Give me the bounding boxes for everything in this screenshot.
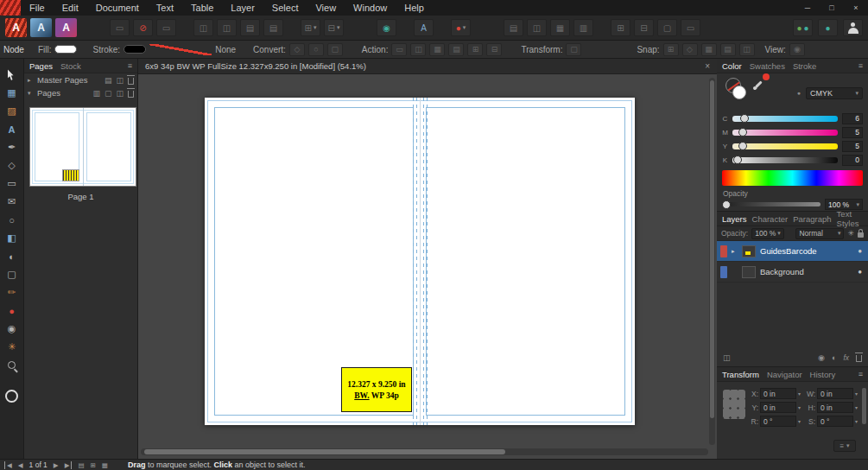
color-picker-tool[interactable]: ◉ bbox=[2, 320, 22, 338]
chevron-down-icon[interactable]: ▾ bbox=[798, 418, 801, 424]
menu-table[interactable]: Table bbox=[182, 0, 222, 16]
snap-alignment-button[interactable]: ◫ bbox=[739, 43, 755, 56]
action-close-button[interactable]: ◫ bbox=[410, 43, 426, 56]
opacity-value-select[interactable]: 100 % ▾ bbox=[825, 199, 863, 210]
snap-off-curve-button[interactable]: ▤ bbox=[720, 43, 736, 56]
cyan-value-input[interactable]: 6 bbox=[842, 113, 863, 124]
stock-sync-button[interactable]: ●● bbox=[793, 19, 813, 36]
delete-layer-icon[interactable] bbox=[856, 355, 862, 362]
hue-bar[interactable] bbox=[722, 170, 863, 186]
layer-expand-icon[interactable]: ▸ bbox=[732, 248, 738, 255]
share-button[interactable]: ● bbox=[818, 19, 838, 36]
rectangle-tool[interactable]: ▭ bbox=[2, 175, 22, 193]
black-slider[interactable] bbox=[732, 157, 838, 163]
gear-icon[interactable]: ✳ bbox=[847, 229, 854, 238]
spread-view-icon[interactable]: ▤ bbox=[78, 461, 84, 469]
lock-icon[interactable] bbox=[858, 232, 864, 238]
chevron-down-icon[interactable]: ▾ bbox=[855, 418, 858, 424]
move-tool[interactable] bbox=[2, 66, 22, 84]
first-page-button[interactable]: ◀ bbox=[4, 461, 12, 469]
duplicate-page-icon[interactable]: ◫ bbox=[116, 89, 124, 98]
ellipse-tool[interactable]: ○ bbox=[2, 211, 22, 229]
view-options-button[interactable]: ◉ bbox=[789, 43, 805, 56]
photo-persona-button[interactable]: A bbox=[55, 18, 77, 37]
slider-handle[interactable] bbox=[722, 200, 731, 209]
opacity-slider[interactable] bbox=[722, 202, 820, 206]
magenta-slider[interactable] bbox=[732, 130, 838, 136]
menu-window[interactable]: Window bbox=[345, 0, 396, 16]
add-pages-button[interactable]: ⊞▾ bbox=[301, 19, 320, 36]
document-tab[interactable]: 6x9 34p BW WP FullSize 12.327x9.250 in [… bbox=[138, 59, 717, 74]
next-page-button[interactable]: ▶ bbox=[54, 461, 59, 469]
layer-opacity-select[interactable]: 100 % ▾ bbox=[751, 228, 784, 239]
arrange-back-button[interactable]: ▤ bbox=[263, 19, 283, 36]
menu-help[interactable]: Help bbox=[396, 0, 433, 16]
layout-view-icon[interactable]: ▦ bbox=[102, 461, 108, 469]
tab-pages[interactable]: Pages bbox=[29, 61, 53, 71]
h-input[interactable]: 0 in bbox=[817, 402, 853, 413]
tab-swatches[interactable]: Swatches bbox=[750, 61, 785, 71]
transform-mode-button[interactable]: ▢ bbox=[566, 43, 581, 56]
slider-handle[interactable] bbox=[740, 114, 749, 123]
transparency-tool[interactable]: ◐ bbox=[2, 247, 22, 265]
insert-behind-button[interactable]: ▭ bbox=[110, 19, 130, 36]
align-center-button[interactable]: ◫ bbox=[527, 19, 547, 36]
add-page-icon[interactable]: ▢ bbox=[105, 89, 112, 98]
gradient-tool[interactable]: ◧ bbox=[2, 229, 22, 247]
expander-icon[interactable]: ▾ bbox=[28, 90, 34, 97]
pages-section-row[interactable]: ▾ Pages ▥ ▢ ◫ bbox=[24, 86, 137, 99]
layer-visibility-toggle[interactable]: ● bbox=[858, 247, 862, 255]
master-pages-row[interactable]: ▸ Master Pages ▤ ◫ bbox=[24, 73, 137, 86]
expander-icon[interactable]: ▸ bbox=[28, 77, 34, 84]
menu-document[interactable]: Document bbox=[87, 0, 148, 16]
chevron-down-icon[interactable]: ▾ bbox=[798, 391, 801, 397]
convert-smart-button[interactable]: ▢ bbox=[327, 43, 343, 56]
menu-view[interactable]: View bbox=[307, 0, 345, 16]
action-break-button[interactable]: ▭ bbox=[391, 43, 407, 56]
last-page-button[interactable]: ▶ bbox=[65, 461, 73, 469]
no-style-button[interactable]: ⊘ bbox=[133, 19, 153, 36]
arrange-front-button[interactable]: ◫ bbox=[193, 19, 213, 36]
recent-color-dot[interactable] bbox=[763, 73, 770, 80]
pin-tool[interactable]: ● bbox=[2, 302, 22, 320]
black-value-input[interactable]: 0 bbox=[842, 155, 863, 166]
fill-color-button[interactable]: ●▾ bbox=[451, 19, 471, 36]
picture-frame-tool[interactable]: ▨ bbox=[2, 102, 22, 120]
slider-handle[interactable] bbox=[738, 142, 747, 150]
maximize-button[interactable]: □ bbox=[820, 0, 844, 16]
minimize-button[interactable]: ─ bbox=[795, 0, 820, 16]
slider-handle[interactable] bbox=[733, 156, 742, 164]
delete-master-icon[interactable] bbox=[128, 78, 134, 85]
character-style-button[interactable]: A bbox=[414, 19, 434, 36]
x-input[interactable]: 0 in bbox=[760, 388, 796, 399]
y-input[interactable]: 0 in bbox=[760, 402, 796, 413]
magenta-value-input[interactable]: 5 bbox=[842, 127, 863, 138]
insert-inside-button[interactable]: ▭ bbox=[156, 19, 176, 36]
layer-row-guidesbarcode[interactable]: ▸ GuidesBarcode ● bbox=[717, 241, 868, 262]
document-spread[interactable]: 12.327 x 9.250 in BW. WP 34p bbox=[205, 98, 635, 425]
view-tool[interactable]: ✳ bbox=[2, 338, 22, 356]
vertical-scrollbar[interactable] bbox=[709, 78, 715, 445]
duplicate-master-icon[interactable]: ◫ bbox=[116, 76, 124, 85]
panel-menu-icon[interactable]: ≡ bbox=[858, 61, 863, 70]
previous-page-button[interactable]: ◀ bbox=[18, 461, 23, 469]
align-justify-button[interactable]: ▥ bbox=[573, 19, 593, 36]
page-1-thumbnail[interactable] bbox=[30, 108, 136, 186]
s-input[interactable]: 0 ° bbox=[817, 416, 853, 427]
tab-text-styles[interactable]: Text Styles bbox=[837, 212, 863, 228]
preview-mode-button[interactable]: ◉ bbox=[377, 19, 396, 36]
convert-sharp-button[interactable]: ◇ bbox=[289, 43, 305, 56]
menu-text[interactable]: Text bbox=[148, 0, 182, 16]
panel-menu-icon[interactable]: ≡ bbox=[128, 61, 132, 70]
node-tool[interactable]: ◇ bbox=[2, 156, 22, 175]
layer-row-background[interactable]: Background ● bbox=[717, 262, 868, 283]
r-input[interactable]: 0 ° bbox=[760, 416, 796, 427]
tab-history[interactable]: History bbox=[810, 370, 836, 379]
distribute-button-3[interactable]: ▢ bbox=[657, 19, 677, 36]
tab-transform[interactable]: Transform bbox=[722, 370, 759, 379]
size-info-object[interactable]: 12.327 x 9.250 in BW. WP 34p bbox=[341, 367, 412, 412]
stroke-width-preview[interactable] bbox=[149, 44, 212, 55]
delete-page-icon[interactable] bbox=[128, 91, 134, 98]
artistic-text-tool[interactable]: A bbox=[2, 120, 22, 138]
crop-tool[interactable]: ▢ bbox=[2, 265, 22, 283]
